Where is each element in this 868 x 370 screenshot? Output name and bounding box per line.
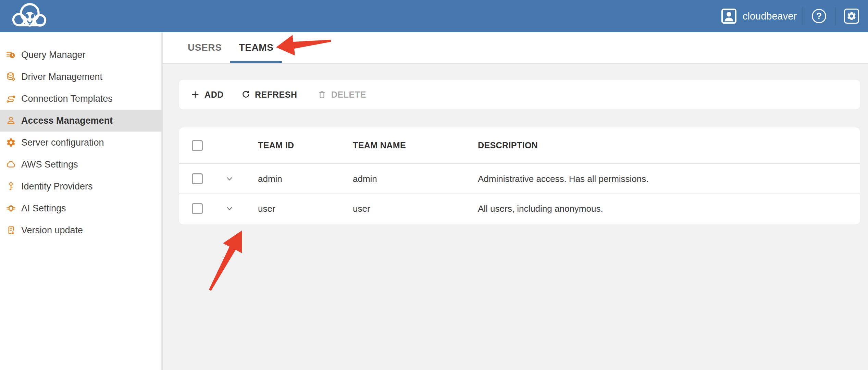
add-button-label: ADD — [204, 90, 224, 100]
chevron-down-icon[interactable] — [224, 174, 235, 184]
sidebar-item-server-configuration[interactable]: Server configuration — [0, 132, 161, 153]
teams-toolbar: ADD REFRESH DELETE — [179, 80, 860, 109]
admin-sidebar: Query Manager Driver Management Connecti… — [0, 32, 161, 370]
sidebar-item-aws-settings[interactable]: AWS Settings — [0, 153, 161, 175]
sidebar-item-version-update[interactable]: Version update — [0, 219, 161, 241]
cell-team-name: admin — [345, 174, 470, 184]
sidebar-item-label: Identity Providers — [21, 181, 93, 192]
chevron-down-icon[interactable] — [224, 204, 235, 214]
sidebar-item-label: Server configuration — [21, 137, 104, 148]
sidebar-item-label: AWS Settings — [21, 159, 78, 170]
sidebar-item-access-management[interactable]: Access Management — [0, 110, 161, 132]
column-header-team-id: TEAM ID — [250, 140, 345, 150]
cell-description: Administrative access. Has all permissio… — [470, 174, 860, 184]
sidebar-divider — [161, 32, 163, 370]
driver-management-icon — [5, 71, 16, 82]
sidebar-item-label: Access Management — [21, 115, 113, 126]
topbar-divider — [803, 7, 803, 25]
help-icon[interactable]: ? — [812, 9, 826, 23]
top-bar: cloudbeaver ? — [0, 0, 868, 32]
sidebar-item-driver-management[interactable]: Driver Management — [0, 66, 161, 88]
cell-description: All users, including anonymous. — [470, 204, 860, 214]
teams-table: TEAM ID TEAM NAME DESCRIPTION admin admi… — [179, 127, 860, 224]
sidebar-item-label: AI Settings — [21, 203, 66, 214]
sidebar-item-label: Query Manager — [21, 50, 86, 60]
cloudbeaver-logo — [10, 2, 49, 30]
tab-users[interactable]: USERS — [179, 32, 230, 63]
tabs-bar: USERS TEAMS — [163, 32, 868, 64]
help-glyph: ? — [816, 11, 822, 22]
trash-icon — [317, 90, 327, 99]
cell-team-name: user — [345, 204, 470, 214]
access-management-icon — [5, 115, 16, 126]
column-header-description: DESCRIPTION — [470, 140, 860, 150]
topbar-divider — [835, 7, 835, 25]
table-row-admin[interactable]: admin admin Administrative access. Has a… — [179, 163, 860, 194]
sidebar-item-ai-settings[interactable]: AI Settings — [0, 197, 161, 219]
settings-gear-icon[interactable] — [844, 9, 859, 24]
aws-cloud-icon — [5, 159, 16, 170]
delete-button-label: DELETE — [331, 90, 366, 100]
cell-team-id: user — [250, 204, 345, 214]
row-checkbox[interactable] — [192, 203, 203, 214]
refresh-icon — [241, 90, 250, 99]
username[interactable]: cloudbeaver — [743, 0, 797, 32]
row-checkbox[interactable] — [192, 173, 203, 184]
column-header-team-name: TEAM NAME — [345, 140, 470, 150]
sidebar-item-query-manager[interactable]: Query Manager — [0, 44, 161, 66]
table-row-user[interactable]: user user All users, including anonymous… — [179, 194, 860, 223]
add-button[interactable]: ADD — [190, 90, 224, 100]
server-configuration-icon — [5, 137, 16, 148]
connection-templates-icon — [5, 93, 16, 104]
sidebar-item-label: Version update — [21, 225, 83, 236]
ai-chip-icon — [5, 203, 16, 214]
red-arrow-user-row — [209, 231, 242, 291]
query-manager-icon — [5, 49, 16, 60]
sidebar-item-label: Driver Management — [21, 72, 102, 82]
sidebar-item-label: Connection Templates — [21, 94, 113, 104]
sidebar-item-connection-templates[interactable]: Connection Templates — [0, 88, 161, 110]
tab-label: TEAMS — [239, 42, 273, 53]
table-header-row: TEAM ID TEAM NAME DESCRIPTION — [179, 127, 860, 163]
refresh-button[interactable]: REFRESH — [241, 90, 297, 100]
sidebar-item-identity-providers[interactable]: Identity Providers — [0, 175, 161, 197]
select-all-checkbox[interactable] — [192, 140, 203, 151]
plus-icon — [190, 90, 200, 99]
user-avatar-icon[interactable] — [721, 8, 737, 24]
refresh-button-label: REFRESH — [255, 90, 297, 100]
tab-teams[interactable]: TEAMS — [230, 32, 282, 63]
cell-team-id: admin — [250, 174, 345, 184]
delete-button[interactable]: DELETE — [317, 90, 366, 100]
version-update-icon — [5, 225, 16, 236]
identity-key-icon — [5, 181, 16, 192]
tab-label: USERS — [188, 42, 222, 53]
